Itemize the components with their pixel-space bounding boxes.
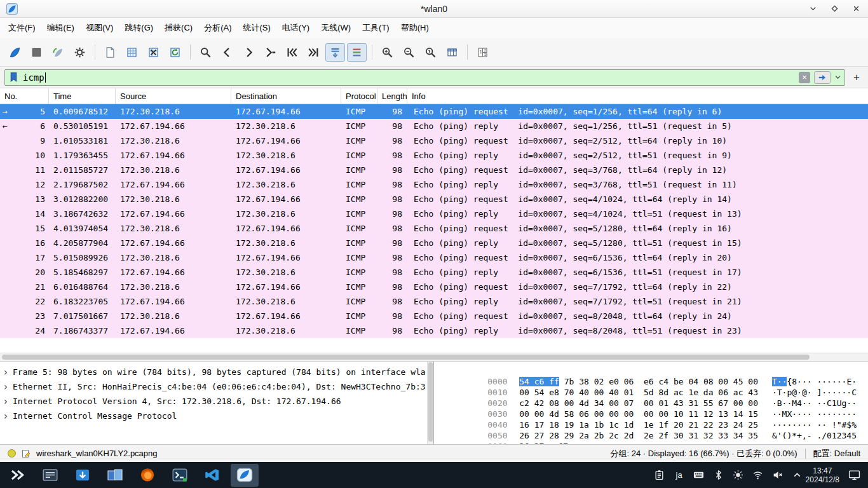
column-header[interactable]: Length [377,88,407,104]
zoom-out-icon[interactable] [399,43,419,62]
zoom-in-icon[interactable] [377,43,397,62]
packet-row[interactable]: 15 4.013974054 172.30.218.6 172.67.194.6… [0,221,868,236]
expand-arrow-icon[interactable]: › [4,381,8,393]
menu-item[interactable]: 帮助(H) [395,19,435,37]
packet-row[interactable]: 11 2.011585727 172.30.218.6 172.67.194.6… [0,163,868,177]
hex-ascii[interactable]: ·T·p@·@· ]······C [772,388,857,397]
menu-item[interactable]: 工具(T) [356,19,395,37]
bluetooth-icon[interactable] [713,469,724,482]
packet-row[interactable]: →5 0.009678512 172.30.218.6 172.67.194.6… [0,104,868,119]
column-header[interactable]: Destination [231,88,341,104]
column-header[interactable]: Time [49,88,116,104]
capture-comment-icon[interactable] [21,449,31,459]
hex-bytes[interactable]: 16 17 18 19 1a 1b 1c 1d 1e 1f 20 21 22 2… [519,420,758,430]
auto-scroll-icon[interactable] [325,43,345,62]
expand-arrow-icon[interactable]: › [4,410,8,422]
menu-item[interactable]: 视图(V) [80,19,119,37]
stop-capture-icon[interactable] [27,43,46,62]
brightness-icon[interactable] [733,469,744,482]
filter-input[interactable]: icmp [23,72,795,83]
zoom-reset-icon[interactable] [421,43,440,62]
wireshark-icon[interactable] [231,464,259,487]
go-first-icon[interactable] [282,43,302,62]
colorize-icon[interactable] [347,43,367,62]
firefox-icon[interactable] [133,464,161,487]
packet-row[interactable]: 20 5.185468297 172.67.194.66 172.30.218.… [0,265,868,280]
scrollbar-thumb[interactable] [428,362,433,442]
packet-row[interactable]: 12 2.179687502 172.67.194.66 172.30.218.… [0,177,868,192]
display-columns-icon[interactable]: 123 [473,43,492,62]
caret-up-icon[interactable] [792,469,803,482]
hex-ascii[interactable]: &'()*+,- ./012345 [772,431,857,440]
app-menu-icon[interactable] [4,464,32,487]
packet-row[interactable]: 24 7.186743377 172.67.194.66 172.30.218.… [0,323,868,338]
open-file-icon[interactable] [100,43,120,62]
hex-bytes[interactable]: 26 27 28 29 2a 2b 2c 2d 2e 2f 30 31 32 3… [519,431,758,440]
packet-row[interactable]: 16 4.205877904 172.67.194.66 172.30.218.… [0,236,868,250]
menu-item[interactable]: 电话(Y) [276,19,315,37]
restart-capture-icon[interactable] [48,43,68,62]
filter-apply-icon[interactable] [814,71,831,84]
horizontal-scrollbar[interactable] [0,353,868,362]
expand-arrow-icon[interactable]: › [4,367,8,378]
minimize-button[interactable] [807,3,818,15]
go-forward-icon[interactable] [239,43,259,62]
profile-label[interactable]: 配置: Default [813,448,860,459]
find-packet-icon[interactable] [196,43,215,62]
menu-item[interactable]: 编辑(E) [41,19,80,37]
input-method-indicator[interactable]: ja [674,469,685,482]
column-header[interactable]: Protocol [341,88,377,104]
packet-row[interactable]: 10 1.179363455 172.67.194.66 172.30.218.… [0,148,868,163]
clipboard-icon[interactable] [654,469,665,482]
expert-info-icon[interactable] [8,449,16,458]
packet-row[interactable]: 22 6.183223705 172.67.194.66 172.30.218.… [0,294,868,309]
wifi-icon[interactable] [752,469,764,482]
hex-ascii[interactable]: T··{8··· ······E· [772,377,857,386]
filter-bookmark-icon[interactable] [8,72,19,83]
hex-ascii[interactable]: ··MX···· ········ [772,409,857,419]
hex-bytes[interactable]: 54 c6 ff 7b 38 02 e0 06 e6 c4 be 04 08 0… [519,377,758,386]
packet-row[interactable]: 13 3.012882200 172.30.218.6 172.67.194.6… [0,192,868,207]
close-button[interactable] [850,3,862,15]
packet-row[interactable]: 21 6.016488764 172.30.218.6 172.67.194.6… [0,280,868,294]
column-header[interactable]: Source [116,88,231,104]
menu-item[interactable]: 文件(F) [3,19,41,37]
menu-item[interactable]: 统计(S) [237,19,276,37]
file-manager-icon[interactable] [101,464,129,487]
go-back-icon[interactable] [217,43,237,62]
column-header[interactable]: Info [407,88,868,104]
hex-bytes[interactable]: 00 54 e8 70 40 00 40 01 5d 8d ac 1e da 0… [519,388,758,397]
packet-row[interactable]: ←6 0.530105191 172.67.194.66 172.30.218.… [0,119,868,133]
menu-item[interactable]: 无线(W) [315,19,356,37]
go-to-packet-icon[interactable] [261,43,280,62]
display-filter-field[interactable]: icmp × [4,69,845,86]
packet-row[interactable]: 17 5.015089926 172.30.218.6 172.67.194.6… [0,250,868,265]
hex-bytes[interactable]: 36 37 [519,442,544,444]
hex-bytes[interactable]: 00 00 4d 58 06 00 00 00 00 00 10 11 12 1… [519,409,758,419]
hex-row[interactable]: 000054 c6 ff 7b 38 02 e0 06 e6 c4 be 04 … [438,365,868,376]
display-settings-icon[interactable] [848,470,860,480]
capture-options-icon[interactable] [70,43,90,62]
menu-item[interactable]: 捕获(C) [159,19,198,37]
task-switcher-icon[interactable] [36,464,64,487]
scrollbar-thumb[interactable] [2,355,810,360]
keyboard-icon[interactable] [693,469,705,482]
column-header[interactable]: No. [0,88,49,104]
go-last-icon[interactable] [304,43,323,62]
menu-item[interactable]: 分析(A) [198,19,237,37]
start-capture-icon[interactable] [5,43,25,62]
packet-row[interactable]: 14 3.186742632 172.67.194.66 172.30.218.… [0,207,868,221]
taskbar-clock[interactable]: 13:47 2024/12/8 [806,466,839,484]
close-file-icon[interactable] [144,43,163,62]
filter-dropdown-icon[interactable] [834,74,841,81]
save-file-icon[interactable] [122,43,142,62]
packet-row[interactable]: 23 7.017501667 172.30.218.6 172.67.194.6… [0,309,868,323]
detail-row[interactable]: ›Internet Control Message Protocol [4,409,426,423]
terminal-icon[interactable] [166,464,194,487]
detail-row[interactable]: ›Frame 5: 98 bytes on wire (784 bits), 9… [4,365,426,379]
resize-columns-icon[interactable] [442,43,462,62]
packet-row[interactable]: 9 1.010533181 172.30.218.6 172.67.194.66… [0,133,868,148]
hex-ascii[interactable]: 67 [558,442,568,444]
reload-icon[interactable] [165,43,185,62]
hex-ascii[interactable]: ·B··M4·· ··C1Ug·· [772,398,857,408]
